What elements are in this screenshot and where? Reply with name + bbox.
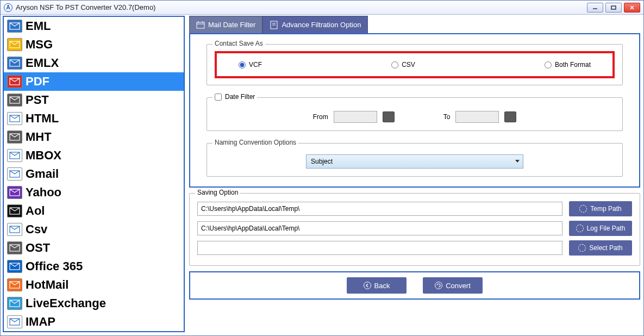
window-title: Aryson NSF To PST Converter V20.7(Demo)	[16, 3, 155, 11]
sidebar-item-pst[interactable]: PST	[4, 91, 184, 109]
sidebar-item-label: MSG	[26, 38, 53, 52]
back-button[interactable]: Back	[347, 277, 407, 294]
select-path-button[interactable]: Select Path	[569, 240, 632, 256]
ost-icon	[7, 241, 22, 254]
mht-icon	[7, 130, 22, 144]
sidebar-item-imap[interactable]: IMAP	[4, 313, 184, 331]
sidebar-item-label: EML	[26, 19, 51, 33]
sidebar-item-label: Office 365	[26, 259, 83, 273]
sidebar-item-label: HTML	[26, 111, 59, 126]
options-panel: Contact Save As VCF CSV Both Format Date…	[189, 33, 640, 188]
convert-button[interactable]: Convert	[423, 277, 483, 294]
sidebar-item-label: LiveExchange	[26, 296, 106, 310]
imap-icon	[7, 315, 22, 328]
sidebar-item-aol[interactable]: Aol	[4, 202, 184, 220]
to-date-picker-button[interactable]	[504, 111, 516, 122]
tab-advance-filtration[interactable]: Advance Filtration Option	[262, 16, 368, 33]
naming-convention-value: Subject	[311, 158, 333, 165]
titlebar: A Aryson NSF To PST Converter V20.7(Demo…	[1, 1, 643, 15]
sidebar-item-label: PDF	[26, 74, 49, 89]
office365-icon	[7, 260, 22, 273]
pdf-icon	[7, 75, 22, 88]
yahoo-icon	[7, 186, 22, 199]
sidebar-item-csv[interactable]: Csv	[4, 220, 184, 239]
chevron-down-icon	[515, 160, 520, 163]
back-icon	[364, 282, 371, 289]
hotmail-icon	[7, 278, 22, 291]
radio-csv[interactable]: CSV	[391, 61, 415, 69]
mbox-icon	[7, 149, 22, 162]
date-filter-checkbox-input[interactable]	[215, 94, 222, 101]
dots-icon	[578, 244, 586, 252]
sidebar-item-hotmail[interactable]: HotMail	[4, 276, 184, 294]
html-icon	[7, 112, 22, 125]
from-label: From	[313, 113, 328, 121]
sidebar-item-mht[interactable]: MHT	[4, 128, 184, 146]
radio-vcf-input[interactable]	[239, 61, 246, 69]
select-path-input[interactable]	[197, 241, 562, 255]
sidebar-item-label: Gmail	[26, 167, 59, 181]
pst-icon	[7, 94, 22, 107]
radio-vcf[interactable]: VCF	[239, 61, 262, 69]
naming-convention-legend: Naming Convention Options	[212, 139, 298, 146]
saving-option-legend: Saving Option	[195, 189, 240, 196]
minimize-button[interactable]	[587, 3, 603, 13]
sidebar-item-label: Yahoo	[26, 185, 61, 200]
sidebar-item-label: EMLX	[26, 56, 59, 70]
contact-save-as-group: Contact Save As VCF CSV Both Format	[207, 44, 623, 85]
eml-icon	[7, 20, 22, 33]
to-label: To	[443, 113, 451, 121]
log-file-path-button[interactable]: Log File Path	[569, 221, 632, 236]
naming-convention-dropdown[interactable]: Subject	[306, 154, 523, 169]
date-filter-checkbox[interactable]: Date Filter	[212, 93, 257, 101]
radio-both[interactable]: Both Format	[545, 61, 591, 69]
dots-icon	[579, 205, 587, 213]
saving-option-group: Saving Option Temp Path Log File Path Se…	[189, 193, 640, 266]
log-path-input[interactable]	[197, 221, 562, 235]
sidebar-item-office365[interactable]: Office 365	[4, 257, 184, 276]
sidebar-item-label: MBOX	[26, 148, 61, 163]
sidebar-item-label: OST	[26, 241, 50, 255]
tab-label: Advance Filtration Option	[282, 21, 361, 29]
app-icon: A	[4, 3, 12, 12]
bottom-bar: Back Convert	[189, 271, 640, 300]
maximize-button[interactable]	[605, 3, 622, 13]
sidebar-item-label: HotMail	[26, 278, 68, 292]
sidebar-item-pdf[interactable]: PDF	[4, 72, 184, 91]
svg-rect-1	[611, 6, 616, 9]
liveexchange-icon	[7, 297, 22, 310]
svg-rect-21	[197, 22, 204, 28]
sidebar-item-label: IMAP	[26, 315, 55, 329]
temp-path-button[interactable]: Temp Path	[569, 201, 632, 216]
from-date-picker-button[interactable]	[383, 111, 395, 122]
calendar-icon	[196, 21, 205, 29]
sidebar-item-msg[interactable]: MSG	[4, 35, 184, 54]
sidebar-item-liveexchange[interactable]: LiveExchange	[4, 294, 184, 313]
tab-bar: Mail Date Filter Advance Filtration Opti…	[189, 16, 640, 33]
sidebar-item-mbox[interactable]: MBOX	[4, 146, 184, 165]
to-date-input[interactable]	[455, 111, 499, 123]
sidebar-item-label: Csv	[26, 222, 47, 237]
radio-both-input[interactable]	[545, 61, 552, 69]
csv-icon	[7, 223, 22, 236]
close-button[interactable]	[624, 3, 640, 13]
sidebar-item-yahoo[interactable]: Yahoo	[4, 183, 184, 202]
radio-csv-input[interactable]	[391, 61, 398, 69]
sidebar-item-label: MHT	[26, 130, 52, 144]
sidebar-item-label: Aol	[26, 204, 45, 218]
emlx-icon	[7, 57, 22, 70]
sidebar-item-ost[interactable]: OST	[4, 239, 184, 257]
sidebar-item-gmail[interactable]: Gmail	[4, 165, 184, 183]
tab-mail-date-filter[interactable]: Mail Date Filter	[189, 16, 262, 33]
gmail-icon	[7, 167, 22, 181]
aol-icon	[7, 204, 22, 217]
sidebar-item-emlx[interactable]: EMLX	[4, 54, 184, 72]
sidebar-item-html[interactable]: HTML	[4, 109, 184, 128]
sidebar-item-eml[interactable]: EML	[4, 17, 184, 35]
temp-path-input[interactable]	[197, 202, 562, 216]
contact-save-as-highlight: VCF CSV Both Format	[215, 51, 615, 78]
from-date-input[interactable]	[334, 111, 377, 123]
sidebar-item-label: PST	[26, 93, 49, 107]
dots-icon	[576, 225, 584, 232]
naming-convention-group: Naming Convention Options Subject	[207, 143, 623, 177]
